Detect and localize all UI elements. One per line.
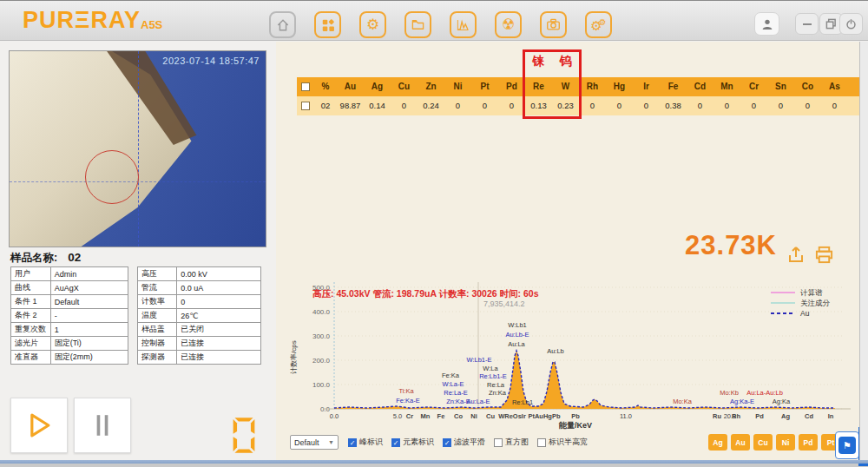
spectrum-button[interactable] <box>450 11 477 38</box>
checkbox-box[interactable]: ✓ <box>443 438 451 447</box>
flag-button[interactable]: ⚑ <box>835 431 859 459</box>
checkbox-group: ✓峰标识✓元素标识✓滤波平滑直方图标识半高宽 <box>348 437 588 448</box>
x-axis-label: Rh <box>732 412 740 420</box>
total-counts: 23.73K <box>677 230 777 261</box>
export-button[interactable] <box>786 245 806 267</box>
column-header-element: Hg <box>606 77 633 96</box>
spectrum-icon <box>455 16 471 33</box>
settings-key: 重复次数 <box>11 323 51 337</box>
camera-view[interactable]: 2023-07-14 18:57:47 <box>9 50 266 247</box>
column-header-percent: % <box>314 77 337 96</box>
header-bar: PURΞRAY A5S ⚙ <box>0 1 868 41</box>
settings-value: Default <box>50 295 128 309</box>
settings-value: 1 <box>50 323 128 337</box>
settings-key: 条件 2 <box>11 309 51 323</box>
column-header-element: Mn <box>713 77 740 96</box>
column-header-element: Cu <box>391 77 418 96</box>
camera-button[interactable] <box>540 11 567 38</box>
home-button[interactable] <box>269 11 296 38</box>
column-header-element: Cd <box>687 77 713 96</box>
printer-icon <box>814 245 834 265</box>
spectrum-chart[interactable]: 500.0400.0300.0200.0100.00.07,935,414.2高… <box>288 272 858 433</box>
condition-dropdown[interactable]: Default ▼ <box>290 435 339 450</box>
peak-label: Re:Lb1 <box>512 398 533 406</box>
files-button[interactable] <box>404 11 431 38</box>
peak-label: Au:La-Au:Lb <box>746 389 783 397</box>
home-icon <box>274 16 292 34</box>
flag-icon: ⚑ <box>838 437 856 454</box>
window-right-edge <box>859 42 868 460</box>
left-panel: 2023-07-14 18:57:47 样品名称:02 用户Admin曲线AuA… <box>0 42 276 460</box>
settings-row: 样品盖已关闭 <box>138 323 261 337</box>
element-button[interactable]: Ag <box>708 434 727 451</box>
column-header-element: Ag <box>364 77 391 96</box>
row-id-cell: 02 <box>314 96 337 115</box>
element-button[interactable]: Cu <box>753 434 773 451</box>
apps-button[interactable] <box>314 11 341 38</box>
display-option-checkbox[interactable]: 直方图 <box>494 437 529 448</box>
radiation-icon: ☢ <box>502 17 515 32</box>
settings-value: Admin <box>50 267 128 281</box>
x-axis-title: 能量/KeV <box>558 421 592 430</box>
result-value-cell: 0 <box>687 96 713 115</box>
peak-label: Au:Lb-E <box>505 331 529 339</box>
gear-icon: ⚙ <box>366 17 379 32</box>
row-checkbox[interactable] <box>301 102 310 110</box>
column-header-element: Ni <box>444 77 471 96</box>
peak-label: Fe:Ka <box>442 372 460 379</box>
settings-value: 0 <box>177 295 261 309</box>
services-button[interactable]: ⚙⚙ <box>585 11 612 38</box>
xray-button[interactable]: ☢ <box>495 11 522 38</box>
display-option-checkbox[interactable]: 标识半高宽 <box>537 437 588 448</box>
highlight-label-re: 铼 <box>525 54 552 69</box>
checkbox-box[interactable]: ✓ <box>348 438 357 447</box>
element-button[interactable]: Ni <box>776 434 795 451</box>
peak-label: Ag:Ka <box>773 398 791 405</box>
peak-label: Re:La-E <box>444 389 468 397</box>
checkbox-label: 元素标识 <box>403 437 434 448</box>
checkbox-box[interactable]: ✓ <box>391 438 400 447</box>
apps-icon <box>320 17 336 33</box>
user-button[interactable] <box>754 12 779 36</box>
power-button[interactable] <box>839 13 863 35</box>
settings-key: 用户 <box>11 267 51 281</box>
display-option-checkbox[interactable]: ✓峰标识 <box>348 437 383 448</box>
checkbox-label: 直方图 <box>505 437 529 448</box>
seven-segment-digit <box>231 415 257 456</box>
result-value-cell: 0 <box>767 96 794 115</box>
settings-row: 计数率0 <box>138 295 261 309</box>
settings-value: - <box>50 309 128 323</box>
pause-button[interactable] <box>74 398 131 453</box>
element-button[interactable]: Au <box>731 434 750 451</box>
element-button[interactable]: Pd <box>799 434 818 451</box>
minimize-button[interactable] <box>795 13 819 35</box>
play-icon <box>22 408 56 443</box>
app-window: PURΞRAY A5S ⚙ <box>0 0 868 461</box>
settings-value: 26℃ <box>177 309 261 323</box>
result-value-cell: 0 <box>740 96 767 115</box>
dropdown-value: Default <box>294 438 319 447</box>
settings-row: 高压0.00 kV <box>138 267 261 281</box>
select-all-checkbox[interactable] <box>301 82 310 91</box>
restore-icon <box>825 18 837 30</box>
checkbox-box[interactable] <box>494 438 503 447</box>
peak-label: W:La-E <box>443 380 464 388</box>
services-icon: ⚙⚙ <box>590 18 606 32</box>
print-button[interactable] <box>814 245 834 268</box>
settings-key: 准直器 <box>11 351 51 365</box>
settings-key: 温度 <box>138 309 177 323</box>
checkbox-box[interactable] <box>537 438 546 447</box>
pause-icon <box>85 408 120 443</box>
settings-value: 0.0 uA <box>177 281 261 295</box>
display-option-checkbox[interactable]: ✓元素标识 <box>391 437 434 448</box>
display-option-checkbox[interactable]: ✓滤波平滑 <box>443 437 485 448</box>
chart-controls: Default ▼ ✓峰标识✓元素标识✓滤波平滑直方图标识半高宽 <box>290 435 588 450</box>
settings-button[interactable]: ⚙ <box>359 11 386 38</box>
result-value-cell: 0 <box>794 96 821 115</box>
x-axis-label: Mn <box>421 412 431 420</box>
column-header-element: Au <box>337 77 364 96</box>
start-button[interactable] <box>10 398 68 453</box>
settings-row: 条件 2- <box>11 309 128 323</box>
sample-name-row: 样品名称:02 <box>10 251 81 266</box>
x-axis-label: Cu <box>486 412 495 420</box>
